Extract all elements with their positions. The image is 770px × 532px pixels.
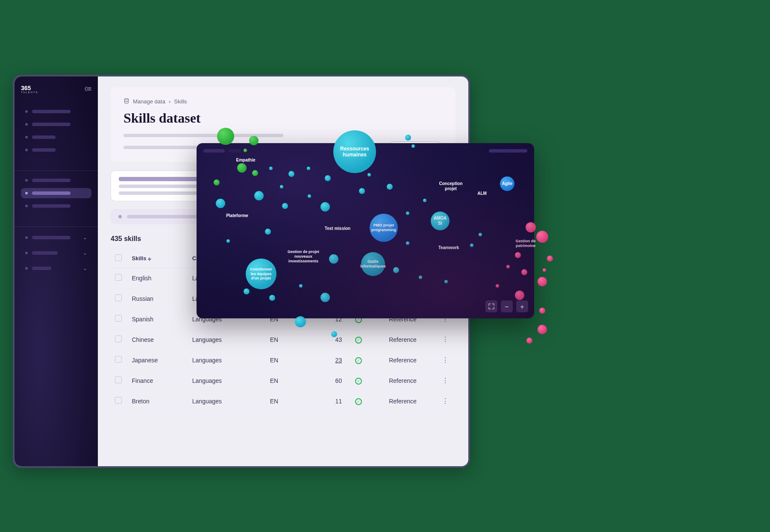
bubble-dot bbox=[269, 167, 273, 170]
sidebar-section-3: ⌄ ⌄ ⌄ bbox=[21, 231, 91, 277]
label-gestion-patrimoine: Gestion de patrimoine bbox=[511, 237, 541, 250]
row-actions-menu[interactable]: ⋮ bbox=[442, 356, 449, 364]
table-row[interactable]: BretonLanguagesEN11✓Reference⋮ bbox=[111, 391, 456, 411]
cell-category: Languages bbox=[188, 350, 249, 370]
bubble-outils-info[interactable]: Outils informatiques bbox=[361, 252, 385, 276]
row-checkbox[interactable] bbox=[115, 274, 122, 281]
decorative-bubble bbox=[543, 268, 546, 272]
label-gestion-nouveaux: Gestion de projet nouveaux investissemen… bbox=[282, 248, 325, 265]
sidebar-collapse-icon[interactable] bbox=[85, 86, 91, 93]
select-all-checkbox[interactable] bbox=[115, 254, 122, 261]
row-checkbox[interactable] bbox=[115, 397, 122, 404]
sidebar-item-expandable[interactable]: ⌄ bbox=[21, 262, 91, 275]
fullscreen-button[interactable] bbox=[485, 300, 497, 312]
cell-category: Languages bbox=[188, 329, 249, 350]
row-actions-menu[interactable]: ⋮ bbox=[442, 377, 449, 384]
breadcrumb-root[interactable]: Manage data bbox=[133, 98, 165, 105]
bubble-agile[interactable]: Agile bbox=[500, 176, 514, 191]
cell-category: Languages bbox=[188, 391, 249, 411]
decorative-bubble bbox=[526, 338, 532, 344]
bubble-dot bbox=[320, 202, 330, 212]
cell-employees: 23 bbox=[300, 350, 346, 370]
bubble-dot bbox=[470, 244, 473, 247]
zoom-out-button[interactable]: − bbox=[501, 300, 513, 312]
bubble-dot bbox=[254, 191, 264, 200]
row-checkbox[interactable] bbox=[115, 315, 122, 322]
table-row[interactable]: ChineseLanguagesEN43✓Reference⋮ bbox=[111, 329, 456, 350]
decorative-bubble bbox=[539, 308, 545, 314]
row-checkbox[interactable] bbox=[115, 294, 122, 301]
cell-employees: 60 bbox=[300, 370, 346, 391]
label-test-mission: Test mission bbox=[320, 224, 355, 233]
bubble-dot bbox=[320, 293, 330, 302]
sort-icon: ◆ bbox=[148, 256, 151, 261]
decorative-bubble bbox=[547, 256, 553, 262]
sidebar-item[interactable] bbox=[21, 132, 91, 142]
decorative-bubble bbox=[214, 179, 220, 185]
cell-status: ✓ bbox=[346, 350, 370, 370]
row-checkbox[interactable] bbox=[115, 356, 122, 363]
logo-main: 365 bbox=[21, 85, 31, 91]
sidebar-section-2 bbox=[21, 175, 91, 214]
sidebar-item-expandable[interactable]: ⌄ bbox=[21, 231, 91, 244]
check-circle-icon: ✓ bbox=[355, 398, 362, 405]
zoom-in-button[interactable]: + bbox=[516, 300, 528, 312]
skills-bubble-panel[interactable]: Ressources humaines Coordonner les équip… bbox=[197, 143, 534, 318]
bubble-dot bbox=[226, 239, 230, 243]
bubble-dot bbox=[393, 267, 399, 273]
cell-status: ✓ bbox=[346, 329, 370, 350]
decorative-bubble bbox=[538, 325, 547, 334]
sidebar-section-1 bbox=[21, 106, 91, 158]
panel-footer: − + bbox=[485, 300, 528, 312]
row-checkbox[interactable] bbox=[115, 376, 122, 383]
bubble-dot bbox=[216, 199, 225, 208]
decorative-bubble bbox=[249, 136, 259, 145]
bubble-dot bbox=[506, 265, 510, 268]
row-actions-menu[interactable]: ⋮ bbox=[442, 336, 449, 343]
check-circle-icon: ✓ bbox=[355, 357, 362, 364]
sidebar-item[interactable] bbox=[21, 119, 91, 129]
decorative-bubble bbox=[217, 128, 234, 145]
cell-skill: Breton bbox=[127, 391, 188, 411]
decorative-bubble bbox=[411, 144, 415, 148]
bubble-dot bbox=[329, 254, 338, 264]
bubble-dot bbox=[479, 233, 482, 236]
sidebar-item[interactable] bbox=[21, 175, 91, 185]
sidebar-item-expandable[interactable]: ⌄ bbox=[21, 247, 91, 259]
bubble-dot bbox=[444, 280, 448, 283]
sidebar-header: 365 TALENTS bbox=[21, 85, 91, 94]
cell-lang: EN bbox=[249, 350, 300, 370]
bubble-dot bbox=[423, 199, 426, 202]
bubble-dot bbox=[269, 295, 275, 301]
sidebar-item[interactable] bbox=[21, 106, 91, 117]
sidebar-item[interactable] bbox=[21, 201, 91, 211]
sidebar-item[interactable] bbox=[21, 145, 91, 155]
col-header-skills[interactable]: Skills◆ bbox=[127, 249, 188, 268]
decorative-bubble bbox=[536, 231, 548, 243]
logo: 365 TALENTS bbox=[21, 85, 38, 94]
bubble-pmo[interactable]: PMO projet programming bbox=[370, 214, 398, 242]
decorative-bubble bbox=[237, 163, 247, 173]
bubble-coordonner[interactable]: Coordonner les équipes d'un projet bbox=[246, 259, 276, 289]
cell-skill: English bbox=[127, 268, 188, 288]
bubble-dot bbox=[387, 184, 393, 190]
bubble-ressources-humaines[interactable]: Ressources humaines bbox=[333, 130, 376, 173]
cell-source: Reference bbox=[370, 329, 435, 350]
cell-source: Reference bbox=[370, 350, 435, 370]
check-circle-icon: ✓ bbox=[355, 337, 362, 344]
table-row[interactable]: JapaneseLanguagesEN23✓Reference⋮ bbox=[111, 350, 456, 370]
bubble-amoa-si[interactable]: AMOA SI bbox=[431, 212, 450, 230]
cell-source: Reference bbox=[370, 391, 435, 411]
decorative-bubble bbox=[252, 170, 258, 176]
bubble-dot bbox=[406, 212, 409, 215]
sidebar: 365 TALENTS ⌄ ⌄ ⌄ bbox=[15, 76, 98, 466]
bubble-dot bbox=[282, 203, 288, 209]
chevron-down-icon: ⌄ bbox=[83, 235, 87, 241]
svg-point-0 bbox=[125, 98, 129, 100]
table-row[interactable]: FinanceLanguagesEN60✓Reference⋮ bbox=[111, 370, 456, 391]
row-checkbox[interactable] bbox=[115, 335, 122, 342]
chevron-down-icon: ⌄ bbox=[83, 250, 87, 256]
sidebar-item-active[interactable] bbox=[21, 188, 91, 198]
row-actions-menu[interactable]: ⋮ bbox=[442, 397, 449, 405]
bubble-dot bbox=[299, 284, 303, 288]
